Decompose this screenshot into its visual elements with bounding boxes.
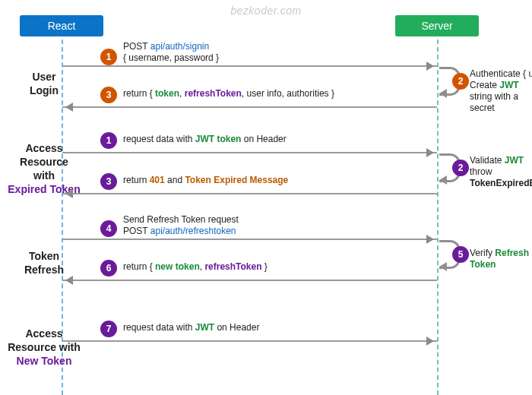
- watermark: bezkoder.com: [230, 5, 301, 17]
- step-badge-8: 5: [452, 246, 469, 263]
- participant-server: Server: [395, 15, 479, 36]
- step-badge-5: 2: [452, 160, 469, 176]
- server-note-authenticate: Authenticate { username, password } Crea…: [470, 68, 532, 114]
- step-badge-3: 3: [100, 87, 117, 103]
- msg-refresh-request: 4 Send Refresh Token request POST api/au…: [100, 216, 426, 243]
- step-badge-4: 1: [100, 132, 117, 149]
- arrow-right-icon: [62, 65, 437, 67]
- step-badge-10: 7: [100, 321, 117, 337]
- section-token-refresh: TokenRefresh: [0, 249, 94, 276]
- arrow-left-icon: [62, 193, 437, 194]
- arrow-right-icon: [62, 239, 437, 240]
- arrow-right-icon: [62, 340, 437, 342]
- msg-return-new-token: 6 return { new token, refreshToken }: [100, 257, 426, 284]
- step-badge-1: 1: [100, 49, 117, 65]
- section-user-login: UserLogin: [0, 70, 94, 97]
- msg-request-with-new-jwt: 7 request data with JWT on Header: [100, 318, 426, 345]
- msg-return-401: 3 return 401 and Token Expired Message: [100, 170, 426, 198]
- step-badge-9: 6: [100, 260, 117, 276]
- step-badge-6: 3: [100, 173, 117, 190]
- server-note-verify: Verify Refresh Token: [470, 248, 532, 270]
- msg-request-with-jwt: 1 request data with JWT token on Header: [100, 129, 426, 156]
- arrow-left-icon: [62, 280, 437, 281]
- participant-react: React: [20, 15, 103, 36]
- msg-post-signin: 1 POST api/auth/signin { username, passw…: [100, 43, 426, 70]
- server-note-validate: Validate JWT throw TokenExpiredError: [470, 155, 532, 189]
- section-new-token: Access Resource with New Token: [0, 327, 94, 368]
- arrow-left-icon: [62, 106, 437, 108]
- step-badge-2: 2: [452, 73, 469, 90]
- step-badge-7: 4: [100, 220, 117, 237]
- msg-return-tokens: 3 return { token, refreshToken, user inf…: [100, 84, 426, 111]
- arrow-right-icon: [62, 152, 437, 153]
- section-expired-token: Access Resource with Expired Token: [0, 141, 94, 196]
